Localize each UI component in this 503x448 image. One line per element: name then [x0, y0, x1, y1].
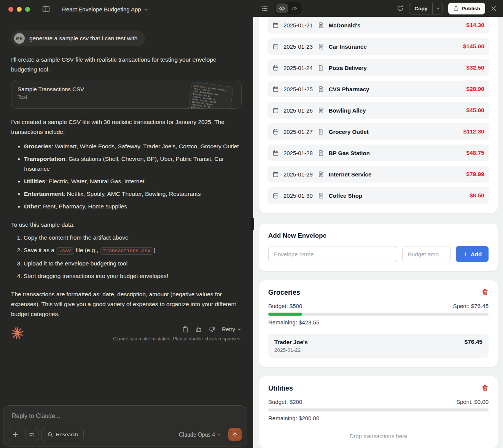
preview-toggle-eye-icon[interactable] [276, 3, 288, 13]
sidebar-toggle-icon[interactable] [42, 5, 50, 13]
envelope-name-input[interactable] [268, 246, 397, 262]
calendar-icon [272, 192, 279, 199]
plus-icon [463, 251, 468, 257]
artifact-toolbar: Copy Publish [253, 0, 503, 17]
delete-envelope-trash-icon[interactable] [482, 384, 489, 391]
copy-button[interactable]: Copy [409, 3, 432, 14]
envelope-title: Utilities [268, 384, 293, 392]
transaction-row[interactable]: 2025-01-29 Internet Service $79.99 [267, 166, 489, 183]
assistant-intro-text: I'll create a sample CSV file with reali… [11, 55, 242, 75]
list-item: Groceries: Walmart, Whole Foods, Safeway… [24, 141, 242, 151]
user-message-text: generate a sample csv that i can test wi… [29, 35, 137, 42]
chat-pane: React Envelope Budgeting App MR generate… [0, 0, 253, 448]
chevron-down-icon [435, 6, 440, 11]
transaction-date: 2025-01-24 [283, 65, 313, 71]
share-icon [453, 6, 459, 11]
delete-envelope-trash-icon[interactable] [482, 289, 489, 295]
chevron-down-icon [217, 432, 221, 437]
category-list: Groceries: Walmart, Whole Foods, Safeway… [11, 141, 242, 211]
envelope-card-groceries: Groceries Budget: $500 Spent: $76.45 Rem… [259, 280, 498, 367]
transaction-amount: $112.30 [463, 128, 484, 135]
composer: Reply to Claude... Research Claude Opus … [3, 405, 247, 446]
code-toggle-icon[interactable] [288, 3, 300, 13]
artifact-list-icon[interactable] [261, 5, 268, 12]
research-magnifier-icon [47, 432, 53, 438]
retry-button[interactable]: Retry [222, 326, 242, 332]
model-selector[interactable]: Claude Opus 4 [179, 431, 221, 438]
transaction-row[interactable]: 2025-01-26 Bowling Alley $45.00 [267, 102, 489, 119]
transaction-date: 2025-01-21 [283, 22, 313, 29]
transaction-row[interactable]: 2025-01-28 BP Gas Station $48.75 [267, 145, 489, 161]
calendar-icon [272, 107, 279, 114]
tools-button[interactable] [25, 428, 38, 441]
add-envelope-button[interactable]: Add [456, 246, 489, 262]
transaction-row[interactable]: 2025-01-25 CVS Pharmacy $28.90 [267, 81, 489, 97]
chevron-down-icon [237, 327, 242, 332]
document-icon [318, 65, 324, 71]
transaction-name: Car Insurance [329, 43, 367, 50]
transaction-amount: $32.50 [466, 64, 484, 71]
arrow-up-icon [232, 431, 238, 438]
thumbs-down-icon[interactable] [209, 326, 215, 333]
inline-code: transactions.csv [100, 247, 154, 255]
item-amount: $76.45 [465, 338, 482, 345]
close-icon[interactable] [490, 5, 497, 12]
publish-button[interactable]: Publish [448, 3, 485, 14]
calendar-icon [272, 171, 279, 178]
attach-button[interactable] [9, 428, 22, 441]
inline-code: .csv [56, 247, 74, 255]
copy-split-button: Copy [409, 3, 443, 14]
transaction-row[interactable]: 2025-01-30 Coffee Shop $8.50 [267, 187, 489, 204]
envelope-card-utilities: Utilities Budget: $200 Spent: $0.00 Rema… [259, 376, 498, 448]
publish-label: Publish [462, 6, 480, 11]
document-icon [318, 171, 324, 177]
transaction-amount: $28.90 [466, 86, 484, 92]
remaining-label: Remaining: $200.00 [268, 415, 489, 421]
transaction-date: 2025-01-25 [283, 86, 313, 92]
calendar-icon [272, 22, 279, 29]
transaction-list-card: 2025-01-21 McDonald's $14.30 2025-01-23 … [259, 17, 498, 213]
send-button[interactable] [228, 428, 242, 441]
budget-amount-input[interactable] [402, 246, 451, 262]
user-avatar: MR [14, 33, 25, 44]
disclaimer-text: Claude can make mistakes. Please double-… [113, 336, 242, 342]
budget-label: Budget: $500 [268, 303, 302, 309]
traffic-light-zoom[interactable] [25, 7, 30, 12]
view-mode-toggle [275, 2, 301, 14]
transaction-name: BP Gas Station [329, 150, 370, 156]
traffic-light-close[interactable] [8, 7, 13, 12]
reply-input[interactable]: Reply to Claude... [12, 413, 241, 419]
remaining-label: Remaining: $423.55 [268, 319, 489, 326]
list-item: Save it as a .csv file (e.g., transactio… [24, 245, 242, 256]
transaction-row[interactable]: 2025-01-27 Grocery Outlet $112.30 [267, 123, 489, 140]
transaction-row[interactable]: 2025-01-24 Pizza Delivery $32.50 [267, 59, 489, 76]
chevron-down-icon [144, 7, 149, 12]
transaction-row[interactable]: 2025-01-23 Car Insurance $145.00 [267, 38, 489, 55]
transaction-amount: $45.00 [466, 107, 484, 114]
window-titlebar: React Envelope Budgeting App [0, 0, 253, 18]
plus-icon [12, 431, 19, 438]
pane-resize-handle[interactable] [250, 218, 254, 230]
thumbs-up-icon[interactable] [195, 326, 202, 333]
research-button[interactable]: Research [41, 428, 84, 441]
conversation-title[interactable]: React Envelope Budgeting App [62, 6, 149, 13]
budget-progress-bar [268, 313, 489, 316]
add-button-label: Add [471, 251, 482, 257]
artifact-card[interactable]: Sample Transactions CSV Text 2025-01-02,… [11, 80, 242, 109]
transaction-date: 2025-01-26 [283, 107, 313, 114]
refresh-icon[interactable] [397, 5, 404, 12]
copy-response-icon[interactable] [182, 326, 189, 333]
transaction-name: CVS Pharmacy [329, 86, 369, 92]
document-icon [318, 22, 324, 28]
transaction-name: McDonald's [329, 22, 361, 29]
list-item: Copy the content from the artifact above [24, 233, 242, 243]
traffic-light-minimize[interactable] [17, 7, 22, 12]
copy-options-caret[interactable] [432, 3, 443, 14]
envelope-transaction-item[interactable]: Trader Joe's $76.45 2025-01-22 [268, 334, 489, 358]
envelope-title: Groceries [268, 289, 300, 297]
drop-zone-hint: Drop transactions here [268, 433, 489, 439]
spent-label: Spent: $0.00 [456, 399, 489, 405]
calendar-icon [272, 129, 279, 135]
instruction-steps: Copy the content from the artifact above… [11, 233, 242, 281]
transaction-row[interactable]: 2025-01-21 McDonald's $14.30 [267, 17, 489, 33]
